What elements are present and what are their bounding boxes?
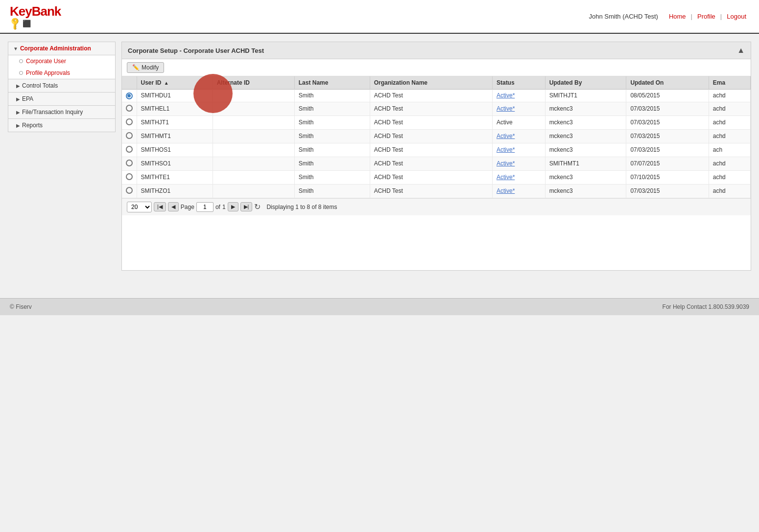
cell-status[interactable]: Active* — [492, 170, 545, 184]
data-table: User ID ▲ Alternate ID Last Name Organiz… — [122, 76, 751, 198]
cell-updated-by: mckenc3 — [545, 129, 626, 143]
radio-icon[interactable] — [126, 160, 133, 166]
cell-status[interactable]: Active* — [492, 143, 545, 157]
table-row[interactable]: SMITHEL1SmithACHD TestActive*mckenc307/0… — [122, 102, 751, 116]
col-alt-id[interactable]: Alternate ID — [213, 76, 294, 90]
page-size-select[interactable]: 20 50 100 — [127, 202, 152, 212]
content-area: Corporate Setup - Corporate User ACHD Te… — [121, 42, 751, 271]
sidebar-reports-label: Reports — [22, 122, 43, 129]
sidebar-reports[interactable]: ▶ Reports — [8, 119, 116, 132]
table-row[interactable]: SMITHDU1SmithACHD TestActive*SMITHJT108/… — [122, 90, 751, 102]
col-user-id[interactable]: User ID ▲ — [137, 76, 213, 90]
user-info: John Smith (ACHD Test) — [589, 13, 658, 20]
table-row[interactable]: SMITHOS1SmithACHD TestActive*mckenc307/0… — [122, 143, 751, 157]
cell-status[interactable]: Active* — [492, 102, 545, 116]
sidebar-file-transaction[interactable]: ▶ File/Transaction Inquiry — [8, 106, 116, 119]
row-radio[interactable] — [122, 102, 137, 116]
first-page-button[interactable]: |◀ — [154, 202, 166, 211]
radio-icon[interactable] — [126, 93, 133, 99]
cell-status[interactable]: Active* — [492, 90, 545, 102]
table-row[interactable]: SMITHSO1SmithACHD TestActive*SMITHMT107/… — [122, 157, 751, 170]
radio-icon[interactable] — [126, 187, 133, 194]
row-radio[interactable] — [122, 143, 137, 157]
modify-button[interactable]: ✏️ Modify — [127, 62, 164, 73]
prev-page-button[interactable]: ◀ — [168, 202, 179, 211]
next-page-button[interactable]: ▶ — [228, 202, 238, 211]
sidebar-epa[interactable]: ▶ EPA — [8, 93, 116, 106]
table-row[interactable]: SMITHTE1SmithACHD TestActive*mckenc307/1… — [122, 170, 751, 184]
sidebar-control-totals-label: Control Totals — [22, 82, 58, 89]
row-radio[interactable] — [122, 170, 137, 184]
sidebar-item-corporate-user[interactable]: Corporate User — [8, 55, 115, 67]
radio-icon[interactable] — [126, 132, 133, 139]
cell-org-name: ACHD Test — [370, 102, 492, 116]
cell-updated-by: mckenc3 — [545, 170, 626, 184]
key-icon: 🔑 — [7, 16, 23, 31]
status-link[interactable]: Active* — [497, 133, 515, 139]
cell-user-id: SMITHZO1 — [137, 184, 213, 198]
sidebar-control-totals[interactable]: ▶ Control Totals — [8, 79, 116, 93]
page-number-input[interactable] — [196, 202, 213, 212]
cell-org-name: ACHD Test — [370, 170, 492, 184]
cell-updated-by: SMITHJT1 — [545, 90, 626, 102]
content-header: Corporate Setup - Corporate User ACHD Te… — [122, 42, 751, 59]
row-radio[interactable] — [122, 157, 137, 170]
sidebar-item-profile-approvals[interactable]: Profile Approvals — [8, 67, 115, 79]
table-row[interactable]: SMITHZO1SmithACHD TestActive*mckenc307/0… — [122, 184, 751, 198]
collapse-content-icon[interactable]: ▲ — [737, 46, 745, 55]
radio-icon[interactable] — [126, 146, 133, 153]
logo-bank: Bank — [32, 4, 61, 19]
profile-link[interactable]: Profile — [694, 13, 718, 20]
cell-user-id: SMITHTE1 — [137, 170, 213, 184]
cell-alt-id — [213, 116, 294, 129]
logo-area: KeyBank 🔑 ⬛ — [10, 4, 61, 29]
radio-icon[interactable] — [126, 173, 133, 180]
home-link[interactable]: Home — [666, 13, 689, 20]
cell-alt-id — [213, 157, 294, 170]
main-container: ▼ Corporate Administration Corporate Use… — [0, 34, 759, 278]
col-org-name[interactable]: Organization Name — [370, 76, 492, 90]
cell-status[interactable]: Active* — [492, 184, 545, 198]
cell-user-id: SMITHDU1 — [137, 90, 213, 102]
pagination: 20 50 100 |◀ ◀ Page of 1 ▶ ▶| ↻ Displayi… — [122, 198, 751, 215]
refresh-button[interactable]: ↻ — [254, 202, 261, 211]
col-email[interactable]: Ema — [709, 76, 750, 90]
cell-status[interactable]: Active* — [492, 157, 545, 170]
radio-icon[interactable] — [126, 105, 133, 112]
sidebar-corporate-admin[interactable]: ▼ Corporate Administration — [8, 42, 116, 55]
sidebar: ▼ Corporate Administration Corporate Use… — [8, 42, 116, 271]
row-radio[interactable] — [122, 90, 137, 102]
status-link[interactable]: Active* — [497, 105, 515, 112]
cell-status[interactable]: Active* — [492, 129, 545, 143]
cell-last-name: Smith — [294, 116, 370, 129]
row-radio[interactable] — [122, 116, 137, 129]
table-row[interactable]: SMITHJT1SmithACHD TestActivemckenc307/03… — [122, 116, 751, 129]
table-row[interactable]: SMITHMT1SmithACHD TestActive*mckenc307/0… — [122, 129, 751, 143]
toolbar: ✏️ Modify — [122, 59, 751, 76]
col-updated-on[interactable]: Updated On — [626, 76, 709, 90]
logout-link[interactable]: Logout — [724, 13, 749, 20]
footer: © Fiserv For Help Contact 1.800.539.9039 — [0, 298, 759, 315]
sidebar-corporate-admin-label: Corporate Administration — [20, 45, 91, 52]
table-body: SMITHDU1SmithACHD TestActive*SMITHJT108/… — [122, 90, 751, 198]
status-link[interactable]: Active* — [497, 146, 515, 153]
row-radio[interactable] — [122, 129, 137, 143]
cell-email: achd — [709, 129, 750, 143]
content-title: Corporate Setup - Corporate User ACHD Te… — [128, 47, 264, 54]
data-table-container: User ID ▲ Alternate ID Last Name Organiz… — [122, 76, 751, 198]
of-label: of — [215, 204, 220, 210]
col-last-name[interactable]: Last Name — [294, 76, 370, 90]
cell-email: achd — [709, 116, 750, 129]
row-radio[interactable] — [122, 184, 137, 198]
status-link[interactable]: Active* — [497, 174, 515, 181]
col-select — [122, 76, 137, 90]
status-link[interactable]: Active* — [497, 160, 515, 167]
last-page-button[interactable]: ▶| — [240, 202, 253, 211]
col-updated-by[interactable]: Updated By — [545, 76, 626, 90]
status-link[interactable]: Active* — [497, 92, 515, 99]
col-status[interactable]: Status — [492, 76, 545, 90]
sort-icon: ▲ — [164, 80, 169, 86]
radio-icon[interactable] — [126, 118, 133, 125]
sidebar-epa-label: EPA — [22, 95, 33, 102]
status-link[interactable]: Active* — [497, 187, 515, 194]
